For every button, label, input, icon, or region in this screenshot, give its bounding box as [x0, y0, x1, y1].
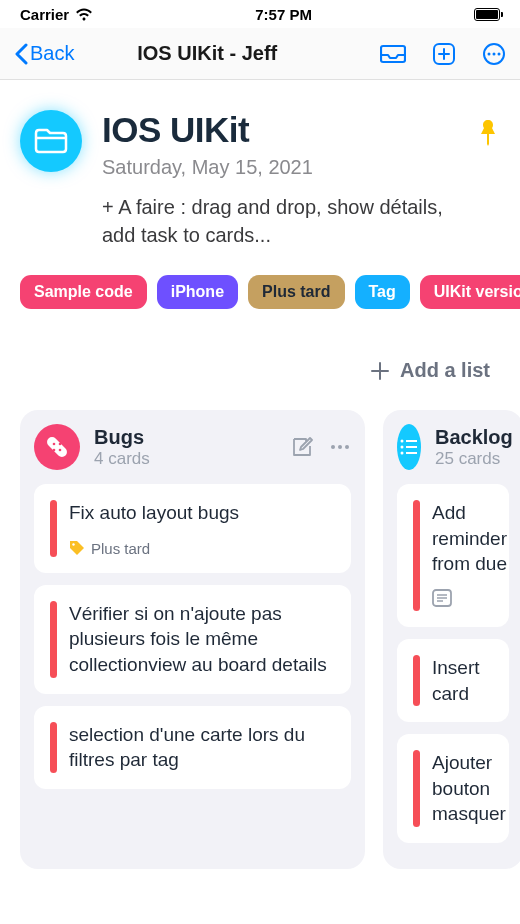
- card-meta-label: Plus tard: [91, 540, 150, 557]
- card[interactable]: Fix auto layout bugsPlus tard: [34, 484, 351, 573]
- card[interactable]: selection d'une carte lors du filtres pa…: [34, 706, 351, 789]
- list-column: Bugs4 cardsFix auto layout bugsPlus tard…: [20, 410, 365, 869]
- tags-row[interactable]: Sample codeiPhonePlus tardTagUIKit versi…: [0, 269, 520, 329]
- battery-icon: [474, 8, 500, 21]
- status-right: [474, 8, 500, 21]
- card-priority-bar: [413, 500, 420, 611]
- tag-icon: [69, 540, 85, 556]
- svg-point-12: [345, 445, 349, 449]
- card[interactable]: Vérifier si on n'ajoute pas plusieurs fo…: [34, 585, 351, 694]
- more-icon[interactable]: [482, 42, 506, 66]
- list-title: Bugs: [94, 426, 277, 449]
- svg-point-18: [401, 452, 404, 455]
- card-title: Vérifier si on n'ajoute pas plusieurs fo…: [69, 601, 335, 678]
- board-header: IOS UIKit Saturday, May 15, 2021 + A fai…: [0, 80, 520, 269]
- card[interactable]: Add reminder from due: [397, 484, 509, 627]
- tag-chip[interactable]: UIKit version: [420, 275, 520, 309]
- tag-chip[interactable]: Plus tard: [248, 275, 344, 309]
- card-title: Insert card: [432, 655, 493, 706]
- inbox-icon[interactable]: [380, 43, 406, 65]
- list-column: Backlog25 cardsAdd reminder from dueInse…: [383, 410, 520, 869]
- nav-actions: [380, 42, 506, 66]
- add-list-button[interactable]: Add a list: [370, 359, 490, 382]
- card-title: Fix auto layout bugs: [69, 500, 335, 526]
- ellipsis-icon[interactable]: [329, 436, 351, 458]
- card-priority-bar: [50, 500, 57, 557]
- plus-icon: [370, 361, 390, 381]
- nav-bar: Back IOS UIKit - Jeff: [0, 28, 520, 80]
- svg-point-7: [59, 449, 62, 452]
- card[interactable]: Insert card: [397, 639, 509, 722]
- list-header-text: Bugs4 cards: [94, 426, 277, 469]
- card-priority-bar: [50, 722, 57, 773]
- card-content: Add reminder from due: [432, 500, 507, 611]
- svg-rect-15: [406, 440, 417, 442]
- carrier-label: Carrier: [20, 6, 69, 23]
- svg-point-16: [401, 446, 404, 449]
- card-title: Ajouter bouton masquer: [432, 750, 506, 827]
- svg-point-9: [59, 443, 62, 446]
- svg-point-2: [488, 52, 491, 55]
- add-list-label: Add a list: [400, 359, 490, 382]
- svg-point-14: [401, 440, 404, 443]
- card-priority-bar: [50, 601, 57, 678]
- wifi-icon: [75, 8, 93, 21]
- svg-rect-17: [406, 446, 417, 448]
- nav-title: IOS UIKit - Jeff: [34, 42, 380, 65]
- board-header-content: IOS UIKit Saturday, May 15, 2021 + A fai…: [102, 110, 456, 249]
- tag-chip[interactable]: Sample code: [20, 275, 147, 309]
- card-attachment-icon: [432, 589, 452, 607]
- list-count: 25 cards: [435, 449, 513, 469]
- card-content: Ajouter bouton masquer: [432, 750, 506, 827]
- bandage-icon: [44, 434, 70, 460]
- card-title: Add reminder from due: [432, 500, 507, 577]
- card-content: Vérifier si on n'ajoute pas plusieurs fo…: [69, 601, 335, 678]
- board-description: + A faire : drag and drop, show détails,…: [102, 193, 456, 249]
- add-list-row: Add a list: [0, 329, 520, 396]
- list-header: Backlog25 cards: [397, 424, 509, 470]
- add-icon[interactable]: [432, 42, 456, 66]
- card-content: Insert card: [432, 655, 493, 706]
- svg-point-8: [53, 449, 56, 452]
- list-icon-badge: [34, 424, 80, 470]
- svg-point-3: [493, 52, 496, 55]
- board-date: Saturday, May 15, 2021: [102, 156, 456, 179]
- svg-point-11: [338, 445, 342, 449]
- folder-icon: [34, 127, 68, 155]
- list-icon-badge: [397, 424, 421, 470]
- card-content: selection d'une carte lors du filtres pa…: [69, 722, 335, 773]
- card[interactable]: Ajouter bouton masquer: [397, 734, 509, 843]
- tag-chip[interactable]: iPhone: [157, 275, 238, 309]
- list-header: Bugs4 cards: [34, 424, 351, 470]
- list-icon: [397, 435, 421, 459]
- card-content: Fix auto layout bugsPlus tard: [69, 500, 335, 557]
- list-header-text: Backlog25 cards: [435, 426, 513, 469]
- status-left: Carrier: [20, 6, 93, 23]
- svg-point-10: [331, 445, 335, 449]
- card-meta: Plus tard: [69, 540, 335, 557]
- tag-chip[interactable]: Tag: [355, 275, 410, 309]
- svg-point-4: [498, 52, 501, 55]
- edit-icon[interactable]: [291, 436, 313, 458]
- board-title: IOS UIKit: [102, 110, 456, 150]
- pin-icon[interactable]: [476, 118, 500, 148]
- card-priority-bar: [413, 750, 420, 827]
- svg-point-13: [72, 543, 74, 545]
- svg-rect-5: [45, 435, 69, 459]
- svg-rect-19: [406, 452, 417, 454]
- chevron-left-icon: [14, 43, 28, 65]
- status-bar: Carrier 7:57 PM: [0, 0, 520, 28]
- board-icon: [20, 110, 82, 172]
- status-time: 7:57 PM: [255, 6, 312, 23]
- lists-container[interactable]: Bugs4 cardsFix auto layout bugsPlus tard…: [0, 396, 520, 869]
- svg-point-6: [53, 443, 56, 446]
- list-actions: [291, 436, 351, 458]
- list-count: 4 cards: [94, 449, 277, 469]
- card-priority-bar: [413, 655, 420, 706]
- card-title: selection d'une carte lors du filtres pa…: [69, 722, 335, 773]
- list-title: Backlog: [435, 426, 513, 449]
